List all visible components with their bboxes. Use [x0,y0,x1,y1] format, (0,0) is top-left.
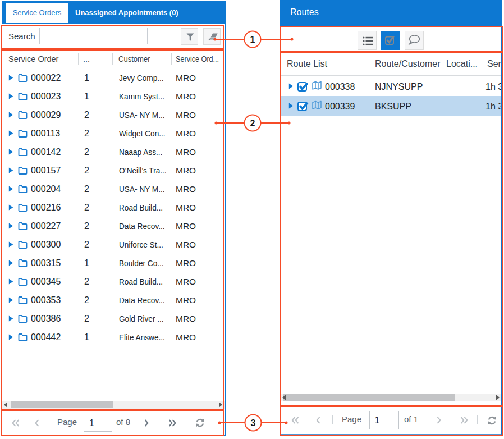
svg-text:3: 3 [251,418,256,428]
svg-text:2: 2 [250,118,255,128]
svg-text:1: 1 [250,35,255,44]
